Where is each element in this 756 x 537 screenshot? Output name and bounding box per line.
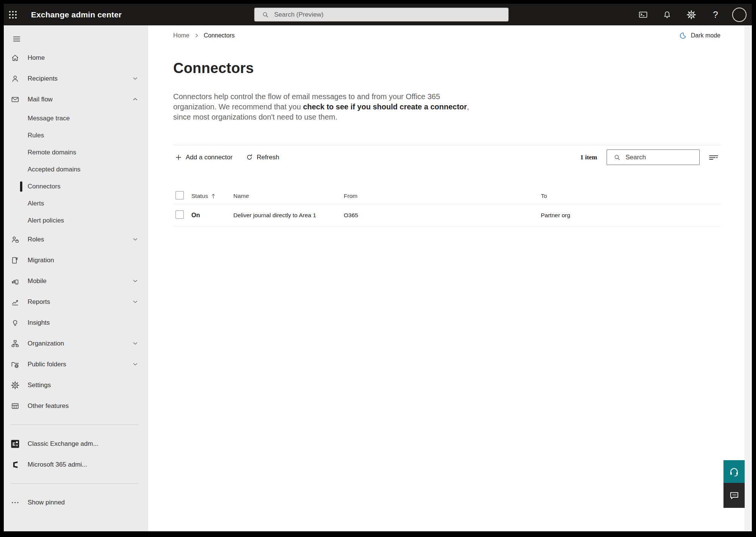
collapse-nav-button[interactable] — [8, 31, 26, 47]
powershell-button[interactable] — [631, 4, 655, 25]
sidebar-item-label: Mail flow — [28, 96, 53, 103]
headset-icon — [729, 466, 739, 477]
column-header-name[interactable]: Name — [233, 193, 344, 199]
list-search-input[interactable] — [626, 154, 686, 161]
global-search-box[interactable] — [254, 8, 509, 22]
sidebar-item-label: Accepted domains — [28, 166, 81, 173]
add-connector-label: Add a connector — [186, 154, 233, 161]
table-row[interactable]: On Deliver journal directly to Area 1 O3… — [173, 204, 720, 227]
sidebar-item-mail-flow[interactable]: Mail flow — [4, 89, 148, 110]
sidebar-item-microsoft-365-admin[interactable]: Microsoft 365 admi... — [4, 454, 148, 475]
sidebar-item-roles[interactable]: Roles — [4, 229, 148, 250]
chevron-down-icon — [132, 278, 138, 284]
bell-icon — [663, 10, 672, 19]
gear-icon — [686, 10, 696, 20]
sidebar-item-organization[interactable]: Organization — [4, 333, 148, 354]
main-content: Home Connectors Dark mode Connectors Con… — [148, 25, 745, 531]
sidebar-item-mobile[interactable]: Mobile — [4, 271, 148, 291]
cell-to: Partner org — [541, 212, 720, 219]
filter-button[interactable] — [707, 151, 720, 164]
sort-ascending-icon — [211, 193, 216, 199]
roles-icon — [11, 235, 20, 244]
sidebar-item-label: Rules — [28, 132, 44, 139]
classic-exchange-icon: E — [11, 439, 20, 448]
settings-button[interactable] — [679, 4, 703, 25]
sidebar-item-label: Settings — [28, 381, 51, 389]
sidebar-item-settings[interactable]: Settings — [4, 375, 148, 395]
item-count: 1 item — [580, 154, 597, 161]
row-checkbox[interactable] — [175, 210, 184, 219]
column-header-from[interactable]: From — [344, 193, 541, 199]
chevron-right-icon — [194, 33, 199, 38]
sidebar-item-label: Other features — [28, 402, 69, 410]
column-header-status[interactable]: Status — [191, 193, 233, 199]
chevron-down-icon — [132, 75, 138, 82]
support-button[interactable] — [723, 460, 745, 483]
help-button[interactable]: ? — [703, 4, 728, 25]
add-connector-button[interactable]: Add a connector — [173, 151, 234, 163]
sidebar-item-message-trace[interactable]: Message trace — [4, 110, 148, 127]
cell-status: On — [191, 212, 233, 219]
create-connector-link[interactable]: check to see if you should create a conn… — [303, 103, 467, 111]
scrollbar[interactable] — [745, 25, 752, 531]
sidebar-item-remote-domains[interactable]: Remote domains — [4, 144, 148, 161]
sidebar-item-label: Migration — [28, 257, 54, 264]
sidebar-item-label: Organization — [28, 340, 64, 347]
table-header-row: Status Name From To — [173, 188, 720, 204]
sidebar-item-label: Classic Exchange adm... — [28, 440, 98, 448]
sidebar-item-label: Home — [28, 54, 45, 62]
cell-name: Deliver journal directly to Area 1 — [233, 212, 344, 219]
sidebar-item-home[interactable]: Home — [4, 47, 148, 68]
page-description: Connectors help control the flow of emai… — [173, 92, 483, 122]
sidebar-item-accepted-domains[interactable]: Accepted domains — [4, 161, 148, 178]
breadcrumb-row: Home Connectors Dark mode — [173, 31, 720, 40]
svg-text:E: E — [12, 442, 16, 447]
chevron-down-icon — [132, 340, 138, 347]
sidebar-item-classic-exchange[interactable]: E Classic Exchange adm... — [4, 433, 148, 454]
app-launcher-button[interactable] — [4, 4, 22, 25]
person-icon — [11, 74, 20, 83]
global-search-input[interactable] — [274, 11, 486, 19]
home-icon — [11, 53, 20, 62]
sidebar-item-label: Message trace — [28, 115, 70, 122]
ellipsis-icon — [11, 498, 20, 507]
notifications-button[interactable] — [655, 4, 679, 25]
sidebar-item-reports[interactable]: Reports — [4, 291, 148, 312]
sidebar-item-recipients[interactable]: Recipients — [4, 68, 148, 89]
body: Home Recipients Mail flow — [4, 25, 752, 531]
sidebar-item-label: Insights — [28, 319, 50, 327]
dark-mode-toggle[interactable]: Dark mode — [679, 32, 720, 40]
sidebar-item-insights[interactable]: Insights — [4, 312, 148, 333]
table-icon — [11, 402, 20, 411]
select-all-checkbox[interactable] — [175, 191, 184, 199]
sidebar-item-migration[interactable]: Migration — [4, 250, 148, 271]
sidebar-item-alerts[interactable]: Alerts — [4, 195, 148, 212]
sidebar-item-connectors[interactable]: Connectors — [4, 178, 148, 195]
hamburger-icon — [12, 34, 21, 44]
sidebar-item-label: Reports — [28, 298, 50, 306]
filter-icon — [709, 153, 719, 162]
org-chart-icon — [11, 339, 20, 348]
refresh-button[interactable]: Refresh — [244, 151, 281, 163]
breadcrumb-home-link[interactable]: Home — [173, 32, 189, 39]
list-search-box[interactable] — [607, 149, 700, 165]
sidebar-nav: Home Recipients Mail flow — [4, 25, 148, 531]
terminal-icon — [638, 10, 648, 19]
plus-icon — [175, 154, 182, 161]
chevron-down-icon — [132, 361, 138, 367]
sidebar-item-alert-policies[interactable]: Alert policies — [4, 212, 148, 229]
sidebar-item-label: Roles — [28, 236, 44, 243]
app-window: Exchange admin center — [4, 4, 752, 531]
sidebar-item-label: Alert policies — [28, 217, 64, 224]
sidebar-item-other-features[interactable]: Other features — [4, 395, 148, 416]
search-icon — [262, 11, 269, 18]
sidebar-item-rules[interactable]: Rules — [4, 127, 148, 144]
column-header-to[interactable]: To — [541, 193, 720, 199]
topbar-actions: ? — [631, 4, 752, 25]
account-avatar[interactable] — [732, 8, 747, 22]
feedback-button[interactable] — [723, 483, 745, 508]
sidebar-item-public-folders[interactable]: Public folders — [4, 354, 148, 375]
chart-icon — [11, 297, 20, 307]
sidebar-item-show-pinned[interactable]: Show pinned — [4, 492, 148, 513]
envelope-icon — [11, 95, 20, 104]
